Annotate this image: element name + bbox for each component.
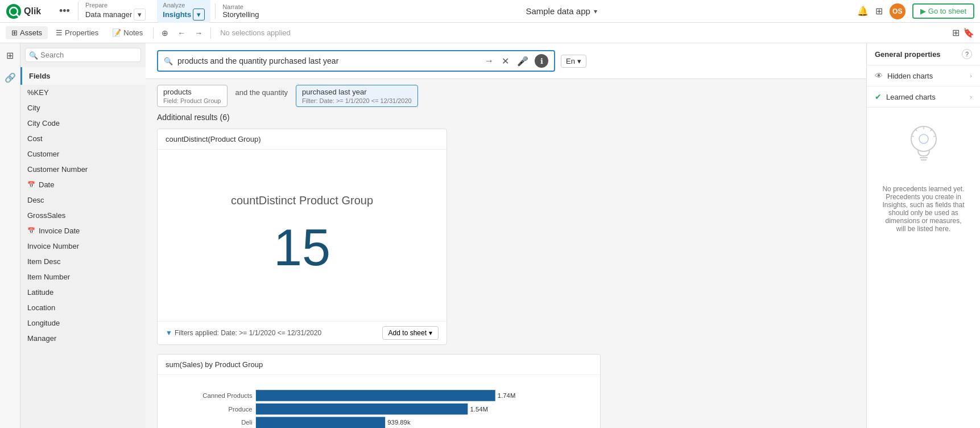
notifications-button[interactable]: 🔔 bbox=[857, 6, 869, 17]
svg-text:1.74M: 1.74M bbox=[498, 392, 515, 399]
go-to-sheet-button[interactable]: ▶ Go to sheet bbox=[912, 3, 974, 19]
nav-logo: Qlik bbox=[6, 3, 51, 19]
field-item-longitude[interactable]: Longitude bbox=[20, 315, 146, 331]
field-item-date[interactable]: 📅Date bbox=[20, 177, 146, 192]
insights-search-bar: 🔍 → ✕ 🎤 ℹ bbox=[157, 50, 555, 72]
main-layout: ⊞ 🔗 🔍 Fields %KEYCityCity CodeCostCustom… bbox=[0, 43, 980, 428]
svg-text:Produce: Produce bbox=[229, 406, 253, 413]
tab-properties[interactable]: ☰ Properties bbox=[50, 26, 104, 39]
search-info-button[interactable]: ℹ bbox=[535, 54, 548, 68]
analyze-subtitle: Insights bbox=[163, 10, 191, 19]
bar-chart-body: Canned Products1.74MProduce1.54MDeli939.… bbox=[158, 375, 600, 428]
assets-panel: 🔍 Fields %KEYCityCity CodeCostCustomerCu… bbox=[20, 43, 146, 428]
right-panel-header: General properties ? bbox=[867, 43, 980, 65]
kpi-chart-body: countDistinct Product Group 15 bbox=[158, 150, 446, 321]
token-connector: and the quantity bbox=[233, 85, 291, 100]
sidebar-layers-button[interactable]: ⊞ bbox=[4, 48, 16, 63]
field-item-invoicedate[interactable]: 📅Invoice Date bbox=[20, 223, 146, 238]
kpi-label-text: countDistinct Product Group bbox=[231, 194, 373, 207]
checkmark-icon: ✔ bbox=[875, 92, 882, 101]
svg-text:Qlik: Qlik bbox=[24, 6, 41, 16]
grid-view-button[interactable]: ⊞ bbox=[952, 27, 960, 38]
field-item-customer[interactable]: Customer bbox=[20, 146, 146, 162]
field-item-%key[interactable]: %KEY bbox=[20, 85, 146, 100]
kpi-chart-footer: ▼ Filters applied: Date: >= 1/1/2020 <= … bbox=[158, 321, 446, 344]
field-item-citycode[interactable]: City Code bbox=[20, 116, 146, 131]
svg-line-46 bbox=[933, 136, 936, 137]
svg-text:1.54M: 1.54M bbox=[470, 406, 487, 413]
field-item-customernumber[interactable]: Customer Number bbox=[20, 162, 146, 177]
field-item-itemdesc[interactable]: Item Desc bbox=[20, 254, 146, 269]
sidebar-link-button[interactable]: 🔗 bbox=[2, 70, 18, 85]
svg-text:Canned Products: Canned Products bbox=[202, 392, 253, 399]
learned-charts-chevron-icon: › bbox=[970, 93, 972, 100]
prepare-chevron-button[interactable]: ▾ bbox=[134, 9, 146, 20]
calendar-icon: 📅 bbox=[27, 227, 35, 234]
field-item-invoicenumber[interactable]: Invoice Number bbox=[20, 238, 146, 254]
apps-grid-button[interactable]: ⊞ bbox=[875, 6, 883, 17]
learned-charts-row[interactable]: ✔ Learned charts › bbox=[867, 87, 980, 107]
search-clear-button[interactable]: ✕ bbox=[500, 56, 511, 67]
field-item-cost[interactable]: Cost bbox=[20, 131, 146, 146]
no-precedents-area: No precedents learned yet. Precedents yo… bbox=[867, 108, 980, 253]
no-precedents-text: No precedents learned yet. Precedents yo… bbox=[873, 176, 974, 242]
app-title: Sample data app ▾ bbox=[270, 6, 852, 16]
bar-chart-title: sum(Sales) by Product Group bbox=[158, 355, 600, 375]
language-selector[interactable]: En ▾ bbox=[561, 55, 586, 68]
toolbar-back-button[interactable]: ← bbox=[174, 27, 189, 39]
hidden-charts-row[interactable]: 👁 Hidden charts › bbox=[867, 65, 980, 86]
insights-search-input[interactable] bbox=[177, 56, 478, 65]
prepare-subtitle: Data manager bbox=[85, 10, 132, 19]
search-submit-button[interactable]: → bbox=[483, 56, 495, 66]
search-mic-button[interactable]: 🎤 bbox=[515, 56, 530, 67]
toolbar-select-button[interactable]: ⊕ bbox=[158, 27, 172, 39]
results-header: Additional results (6) bbox=[157, 113, 855, 122]
filter-icon: ▼ bbox=[166, 329, 172, 337]
token-purchased-last-year[interactable]: purchased last year Filter: Date: >= 1/1… bbox=[296, 85, 418, 107]
hidden-charts-chevron-icon: › bbox=[970, 72, 972, 79]
add-sheet-chevron-icon: ▾ bbox=[429, 329, 432, 337]
right-panel: General properties ? 👁 Hidden charts › ✔… bbox=[866, 43, 980, 428]
bar-chart-card: sum(Sales) by Product Group Canned Produ… bbox=[157, 354, 601, 428]
toolbar-forward-button[interactable]: → bbox=[191, 27, 206, 39]
kpi-add-sheet-button[interactable]: Add to sheet ▾ bbox=[382, 326, 439, 340]
insights-search-area: 🔍 → ✕ 🎤 ℹ En ▾ bbox=[146, 43, 866, 79]
kpi-value-text: 15 bbox=[231, 219, 373, 277]
narrate-subtitle: Storytelling bbox=[222, 10, 259, 19]
learned-charts-section: ✔ Learned charts › bbox=[867, 87, 980, 108]
toolbar-right: ⊞ 🔖 bbox=[952, 27, 974, 38]
user-avatar[interactable]: OS bbox=[890, 3, 905, 19]
field-item-desc[interactable]: Desc bbox=[20, 192, 146, 208]
calendar-icon: 📅 bbox=[27, 181, 35, 188]
tab-assets[interactable]: ⊞ Assets bbox=[6, 26, 48, 39]
app-chevron-icon[interactable]: ▾ bbox=[594, 7, 597, 15]
sidebar-icons: ⊞ 🔗 bbox=[0, 43, 20, 428]
nav-right: 🔔 ⊞ OS ▶ Go to sheet bbox=[857, 3, 974, 19]
analyze-chevron-button[interactable]: ▾ bbox=[193, 9, 205, 20]
kpi-display: countDistinct Product Group 15 bbox=[220, 183, 384, 289]
svg-text:Deli: Deli bbox=[241, 419, 253, 426]
field-item-city[interactable]: City bbox=[20, 100, 146, 116]
assets-search-icon: 🔍 bbox=[29, 51, 38, 59]
charts-grid: countDistinct(Product Group) countDistin… bbox=[157, 129, 855, 428]
field-item-manager[interactable]: Manager bbox=[20, 331, 146, 346]
svg-point-49 bbox=[919, 134, 928, 143]
field-item-grosssales[interactable]: GrossSales bbox=[20, 208, 146, 223]
second-nav: ⊞ Assets ☰ Properties 📝 Notes ⊕ ← → No s… bbox=[0, 23, 980, 43]
assets-search-input[interactable] bbox=[25, 48, 141, 62]
field-item-latitude[interactable]: Latitude bbox=[20, 285, 146, 300]
help-button[interactable]: ? bbox=[962, 49, 972, 59]
notes-icon: 📝 bbox=[112, 28, 121, 37]
prepare-title: Prepare bbox=[85, 2, 146, 9]
more-menu-button[interactable]: ••• bbox=[56, 4, 73, 18]
assets-icon: ⊞ bbox=[11, 28, 18, 37]
tab-notes[interactable]: 📝 Notes bbox=[106, 26, 148, 39]
bookmark-button[interactable]: 🔖 bbox=[963, 27, 974, 38]
field-item-itemnumber[interactable]: Item Number bbox=[20, 269, 146, 285]
field-item-location[interactable]: Location bbox=[20, 300, 146, 315]
nav-section-narrate: Narrate Storytelling bbox=[215, 3, 266, 19]
assets-search-wrap: 🔍 bbox=[20, 43, 146, 67]
bar-chart-svg: Canned Products1.74MProduce1.54MDeli939.… bbox=[180, 381, 578, 428]
token-products[interactable]: products Field: Product Group bbox=[157, 85, 228, 107]
nav-section-analyze: Analyze Insights ▾ bbox=[157, 0, 210, 23]
